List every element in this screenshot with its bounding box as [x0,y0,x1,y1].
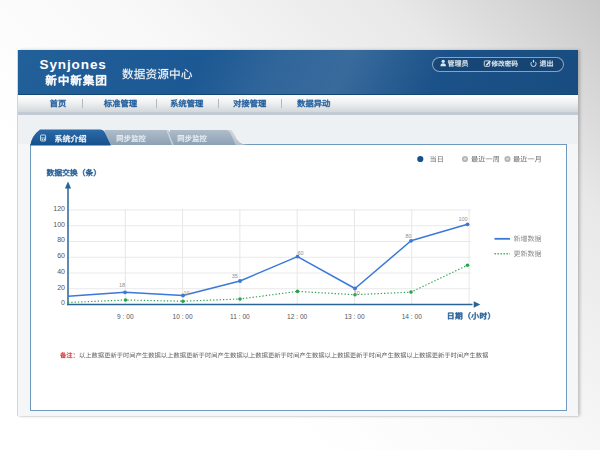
svg-text:11 : 00: 11 : 00 [230,313,250,320]
svg-text:100: 100 [458,216,467,222]
svg-text:60: 60 [57,252,65,259]
svg-text:10 : 00: 10 : 00 [173,313,193,320]
svg-text:18: 18 [119,282,125,288]
svg-text:Synjones: Synjones [40,57,107,72]
svg-text:80: 80 [57,236,65,243]
svg-text:0: 0 [61,299,65,306]
svg-text:120: 120 [53,205,65,212]
svg-text:100: 100 [53,221,65,228]
svg-text:10: 10 [354,290,360,296]
svg-text:10: 10 [183,290,189,296]
svg-text:80: 80 [405,233,411,239]
svg-text:60: 60 [297,250,303,256]
svg-text:40: 40 [57,268,65,275]
svg-text:14 : 00: 14 : 00 [402,313,422,320]
svg-text:9 : 00: 9 : 00 [117,313,134,320]
svg-text:12 : 00: 12 : 00 [287,313,307,320]
svg-text:20: 20 [57,284,65,291]
svg-text:35: 35 [232,273,238,279]
svg-text:13 : 00: 13 : 00 [344,313,364,320]
